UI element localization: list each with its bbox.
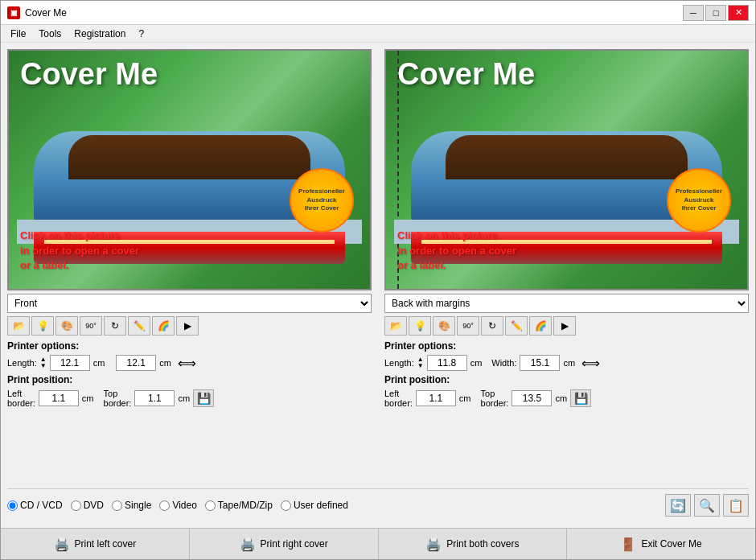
print-both-label: Print both covers [446,538,519,550]
left-rotate-btn[interactable]: 90° [80,316,102,336]
right-top-border-input[interactable] [512,390,552,406]
left-toolbar: 📂 💡 🎨 90° ↻ ✏️ 🌈 ▶ [7,316,372,336]
right-arrow-btn[interactable]: ↻ [481,316,503,336]
left-length-arrows: ▲▼ [40,356,47,369]
radio-cd-vcd-input[interactable] [7,500,18,511]
left-horiz-arrows-icon: ⟺ [178,356,196,371]
radio-tape: Tape/MD/Zip [205,500,273,511]
minimize-button[interactable]: ─ [683,5,704,21]
right-next-btn[interactable]: ▶ [553,316,576,336]
print-left-button[interactable]: 🖨️ Print left cover [1,529,190,559]
left-colors-btn[interactable]: 🌈 [152,316,175,336]
print-right-button[interactable]: 🖨️ Print right cover [190,529,379,559]
radio-dvd-label: DVD [84,500,104,511]
print-left-icon: 🖨️ [54,537,70,552]
left-print-position-label: Print position: [7,374,372,385]
right-length-row: Length: ▲▼ cm Width: cm ⟺ [384,355,749,371]
right-cover-badge: Professioneller Ausdruck Ihrer Cover [667,168,731,233]
left-next-btn[interactable]: ▶ [176,316,199,336]
right-panel: Cover Me Professioneller Ausdruck Ihrer … [384,49,749,484]
left-dropdown-row: Front Back Back with margins [7,294,372,313]
main-content: Cover Me Professioneller Ausdruck Ihrer … [1,43,755,528]
radio-actions: 🔄 🔍 📋 [665,494,749,517]
right-width-input[interactable] [520,355,560,371]
menu-tools[interactable]: Tools [32,27,68,41]
left-printer-options: Printer options: Length: ▲▼ cm cm ⟺ Prin… [7,340,372,411]
print-both-icon: 🖨️ [425,537,442,552]
right-rotate-btn[interactable]: 90° [457,316,479,336]
right-edit-btn[interactable]: ✏️ [505,316,528,336]
main-window: ▣ Cover Me ─ □ ✕ File Tools Registration… [0,0,756,560]
print-left-label: Print left cover [75,538,137,550]
radio-single-label: Single [125,500,151,511]
left-left-border-input[interactable] [39,390,79,406]
action-btn-2[interactable]: 🔍 [694,494,720,517]
radio-tape-input[interactable] [205,500,216,511]
right-printer-options-label: Printer options: [384,340,749,352]
radio-userdefined-label: User defined [294,500,348,511]
exit-label: Exit Cover Me [641,538,701,550]
right-length-input[interactable] [427,355,467,371]
action-btn-1[interactable]: 🔄 [665,494,691,517]
radio-video: Video [159,500,196,511]
print-right-label: Print right cover [261,538,328,550]
left-edit-btn[interactable]: ✏️ [128,316,150,336]
left-cover-image[interactable]: Cover Me Professioneller Ausdruck Ihrer … [7,49,372,290]
maximize-button[interactable]: □ [705,5,726,21]
left-borders-row: Leftborder: cm Topborder: cm 💾 [7,389,372,408]
right-paint-btn[interactable]: 🎨 [433,316,455,336]
left-length-input[interactable] [50,355,90,371]
left-save-btn[interactable]: 💾 [193,389,214,407]
right-cover-click-text: Click on this picturein order to open a … [397,229,516,273]
print-right-icon: 🖨️ [240,537,256,552]
right-colors-btn[interactable]: 🌈 [529,316,552,336]
right-borders-row: Leftborder: cm Topborder: cm 💾 [384,389,749,408]
left-panel: Cover Me Professioneller Ausdruck Ihrer … [7,49,372,484]
menu-bar: File Tools Registration ? [1,25,755,43]
right-open-btn[interactable]: 📂 [384,316,407,336]
right-dropdown-row: Front Back Back with margins [384,294,749,313]
right-length-arrows: ▲▼ [417,356,424,369]
radio-video-label: Video [172,500,196,511]
left-arrow-btn[interactable]: ↻ [104,316,126,336]
right-print-position-label: Print position: [384,374,749,385]
left-top-border-input[interactable] [134,390,175,406]
left-printer-options-label: Printer options: [7,340,372,352]
app-icon: ▣ [7,6,20,19]
menu-file[interactable]: File [4,27,32,41]
radio-single-input[interactable] [112,500,122,511]
left-cover-title: Cover Me [9,51,370,97]
menu-registration[interactable]: Registration [68,27,132,41]
exit-button[interactable]: 🚪 Exit Cover Me [567,529,755,559]
exit-icon: 🚪 [620,537,636,552]
radio-dvd: DVD [71,500,104,511]
right-length-label: Length: [384,358,414,368]
right-top-border-label: Topborder: [481,389,509,408]
right-horiz-arrows-icon: ⟺ [581,356,600,371]
right-light-btn[interactable]: 💡 [409,316,431,336]
radio-dvd-input[interactable] [71,500,81,511]
panels-row: Cover Me Professioneller Ausdruck Ihrer … [7,49,749,484]
left-cover-click-text: Click on this picturein order to open a … [20,229,139,273]
radio-tape-label: Tape/MD/Zip [218,500,273,511]
right-printer-options: Printer options: Length: ▲▼ cm Width: cm… [384,340,749,411]
left-light-btn[interactable]: 💡 [31,316,54,336]
radio-userdefined-input[interactable] [281,500,291,511]
right-cover-image[interactable]: Cover Me Professioneller Ausdruck Ihrer … [384,49,749,290]
left-paint-btn[interactable]: 🎨 [55,316,78,336]
menu-help[interactable]: ? [132,27,150,41]
left-length2-input[interactable] [116,355,156,371]
right-width-label: Width: [491,358,516,368]
radio-userdefined: User defined [281,500,348,511]
right-toolbar: 📂 💡 🎨 90° ↻ ✏️ 🌈 ▶ [384,316,749,336]
left-left-border-label: Leftborder: [7,389,35,408]
right-left-border-input[interactable] [416,390,456,406]
print-both-button[interactable]: 🖨️ Print both covers [379,529,568,559]
left-open-btn[interactable]: 📂 [7,316,30,336]
action-btn-3[interactable]: 📋 [723,494,749,517]
right-save-btn[interactable]: 💾 [570,389,591,407]
close-button[interactable]: ✕ [728,5,749,21]
left-dropdown[interactable]: Front Back Back with margins [7,294,372,313]
radio-video-input[interactable] [159,500,170,511]
right-dropdown[interactable]: Front Back Back with margins [384,294,749,313]
